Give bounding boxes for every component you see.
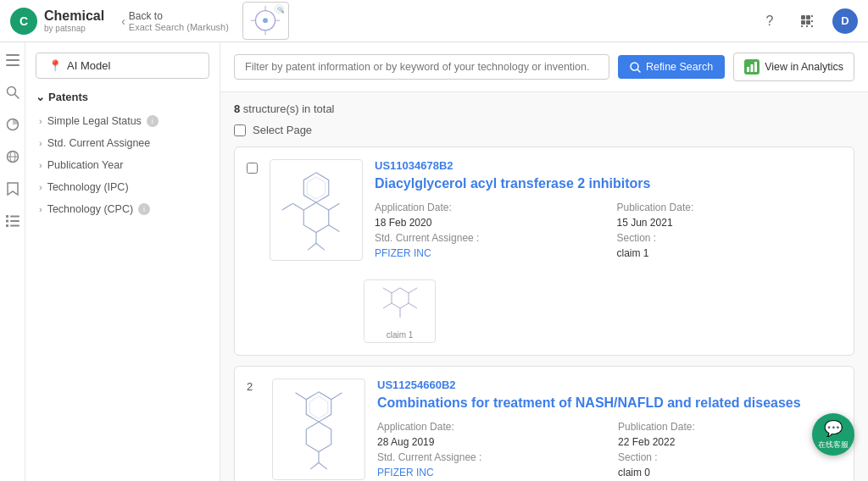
svg-marker-37	[303, 173, 328, 202]
svg-line-49	[383, 288, 392, 293]
back-button[interactable]: ‹ Back to Exact Search (Markush)	[121, 10, 229, 32]
svg-text:🔍: 🔍	[277, 5, 285, 13]
patent-id-2[interactable]: US11254660B2	[377, 379, 842, 391]
svg-rect-17	[6, 54, 19, 56]
filter-technology-ipc[interactable]: › Technology (IPC)	[36, 176, 209, 198]
assignee-1[interactable]: PFIZER INC	[375, 247, 600, 259]
filter-label: Simple Legal Status	[47, 115, 142, 127]
search-input[interactable]	[234, 54, 609, 80]
ai-model-button[interactable]: 📍 AI Model	[36, 53, 209, 79]
logo-icon: C	[10, 8, 37, 35]
pub-date-label-2: Publication Date:	[618, 421, 842, 433]
svg-marker-53	[306, 392, 331, 422]
info-icon: i	[138, 203, 150, 215]
info-icon: i	[147, 115, 159, 127]
pub-date-1: 15 Jun 2021	[617, 217, 843, 229]
chart-icon[interactable]	[3, 115, 22, 134]
filter-label: Std. Current Assignee	[47, 137, 151, 149]
refine-search-button[interactable]: Refine Search	[618, 55, 725, 79]
bookmark-icon[interactable]	[3, 180, 22, 198]
patents-header[interactable]: ⌄ Patents	[36, 91, 209, 103]
svg-rect-8	[801, 15, 805, 19]
pub-date-label-1: Publication Date:	[617, 202, 843, 213]
svg-rect-11	[801, 20, 805, 25]
analytics-icon	[744, 59, 760, 75]
filter-label: Publication Year	[47, 159, 124, 171]
svg-rect-13	[801, 25, 803, 27]
header-right: ? D	[758, 8, 858, 34]
assignee-2[interactable]: PFIZER INC	[377, 467, 601, 478]
app-header: C Chemical by patsnap ‹ Back to Exact Se…	[0, 0, 868, 42]
pin-icon: 📍	[48, 59, 62, 72]
refine-search-label: Refine Search	[646, 61, 713, 73]
patent-title-2[interactable]: Combinations for treatment of NASH/NAFLD…	[377, 395, 842, 412]
filter-technology-cpc[interactable]: › Technology (CPC) i	[36, 198, 209, 220]
app-date-1: 18 Feb 2020	[375, 217, 600, 229]
svg-rect-28	[6, 220, 8, 223]
svg-marker-47	[392, 288, 409, 308]
patent-card-2: 2	[234, 366, 854, 481]
patent-id-1[interactable]: US11034678B2	[375, 159, 842, 172]
molecule-image-2	[272, 379, 365, 480]
molecule-preview[interactable]: 🔍	[242, 2, 289, 40]
content-area: Refine Search View in Analytics 8 struct…	[220, 42, 868, 481]
svg-line-41	[316, 243, 325, 250]
chevron-left-icon: ‹	[121, 14, 125, 28]
chat-label: 在线客服	[818, 440, 849, 451]
chevron-right-icon: ›	[39, 116, 42, 126]
grid-button[interactable]	[795, 9, 819, 33]
thumbnail-claim1[interactable]: claim 1	[364, 279, 436, 343]
svg-rect-15	[811, 20, 813, 22]
chevron-right-icon: ›	[39, 204, 42, 214]
back-sub: Exact Search (Markush)	[129, 22, 229, 32]
section-label-2: Section :	[618, 451, 842, 463]
select-page-checkbox[interactable]	[234, 124, 246, 136]
search-icon[interactable]	[3, 83, 22, 102]
filter-label: Technology (CPC)	[47, 203, 133, 215]
svg-rect-30	[6, 224, 8, 227]
chevron-right-icon: ›	[39, 182, 42, 192]
globe-icon[interactable]	[3, 147, 22, 166]
svg-rect-26	[6, 215, 8, 218]
count: 8	[234, 102, 240, 115]
results-count: 8 structure(s) in total	[234, 102, 854, 115]
filter-pub-year[interactable]: › Publication Year	[36, 154, 209, 176]
chevron-right-icon: ›	[39, 160, 42, 170]
svg-line-21	[14, 95, 19, 99]
chat-float-button[interactable]: 💬 在线客服	[812, 413, 854, 456]
count-suffix: structure(s) in total	[243, 102, 335, 115]
user-avatar[interactable]: D	[832, 8, 858, 34]
logo-area: C Chemical by patsnap	[10, 8, 104, 35]
collapse-icon: ⌄	[36, 91, 45, 103]
filter-assignee[interactable]: › Std. Current Assignee	[36, 132, 209, 154]
svg-marker-39	[303, 202, 328, 232]
svg-marker-55	[306, 422, 331, 451]
view-analytics-button[interactable]: View in Analytics	[733, 53, 854, 81]
app-sub: by patsnap	[44, 24, 104, 34]
molecule-image-1	[270, 159, 363, 261]
svg-rect-29	[10, 220, 19, 222]
svg-marker-38	[307, 177, 326, 200]
svg-rect-27	[10, 216, 19, 218]
help-button[interactable]: ?	[758, 9, 782, 33]
results-area: 8 structure(s) in total Select Page	[220, 92, 868, 481]
patent-meta-2: Application Date: Publication Date: 28 A…	[377, 421, 842, 478]
view-analytics-label: View in Analytics	[765, 61, 843, 73]
svg-rect-18	[6, 59, 19, 61]
svg-line-43	[293, 203, 304, 210]
svg-line-58	[310, 462, 319, 469]
menu-icon[interactable]	[3, 51, 22, 69]
section-1: claim 1	[617, 247, 843, 259]
svg-rect-10	[811, 15, 813, 17]
list-icon[interactable]	[3, 212, 22, 230]
section-label-1: Section :	[617, 232, 843, 244]
select-page-label[interactable]: Select Page	[253, 124, 312, 136]
assignee-label-2: Std. Current Assignee :	[377, 451, 601, 463]
card-number-2: 2	[247, 379, 260, 393]
patent-title-1[interactable]: Diacylglycerol acyl transferase 2 inhibi…	[375, 175, 842, 193]
section-2: claim 0	[618, 467, 842, 478]
svg-line-60	[331, 393, 342, 400]
patent-checkbox-1[interactable]	[247, 163, 258, 174]
svg-rect-35	[751, 64, 754, 72]
filter-simple-legal-status[interactable]: › Simple Legal Status i	[36, 110, 209, 132]
